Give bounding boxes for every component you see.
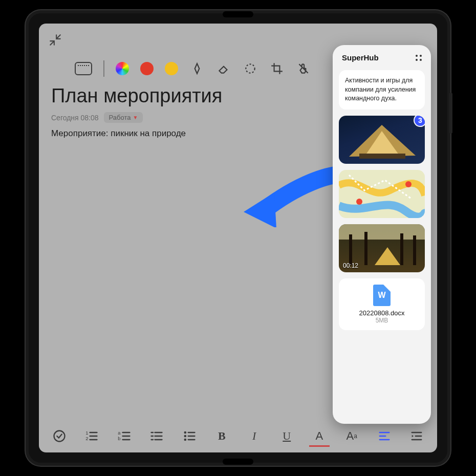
svg-point-29 (184, 431, 186, 434)
side-button (449, 93, 452, 134)
checklist-icon[interactable] (50, 427, 69, 445)
note-tag[interactable]: Работа▼ (104, 112, 143, 123)
color-red[interactable] (140, 62, 154, 75)
finger-off-icon[interactable] (296, 61, 311, 76)
toolbar-separator (103, 60, 104, 77)
photo-count-badge: 3 (414, 116, 425, 127)
superhub-header: SuperHub (339, 52, 425, 64)
bullet-dot-icon[interactable] (180, 427, 199, 445)
note-meta: Сегодня 08:08 Работа▼ (51, 112, 143, 123)
keyboard-icon[interactable] (75, 62, 92, 75)
note-title[interactable]: План мероприятия (51, 85, 222, 107)
superhub-title: SuperHub (342, 53, 379, 62)
crop-icon[interactable] (269, 61, 285, 76)
drag-handle-icon[interactable] (416, 55, 422, 61)
superhub-text-content: Активности и игры для компании для усиле… (339, 70, 425, 110)
document-size: 5MB (376, 317, 388, 324)
lettered-list-icon[interactable]: ab (115, 427, 134, 445)
italic-button[interactable]: I (245, 427, 264, 445)
collapse-icon[interactable] (45, 30, 66, 50)
svg-rect-10 (413, 235, 416, 265)
svg-point-31 (184, 439, 186, 441)
svg-point-4 (356, 199, 362, 205)
screen: План мероприятия Сегодня 08:08 Работа▼ М… (39, 24, 437, 452)
align-left-icon[interactable] (375, 427, 394, 445)
svg-rect-3 (359, 154, 405, 159)
svg-rect-9 (400, 233, 403, 265)
svg-text:a: a (118, 430, 121, 436)
pen-icon[interactable] (189, 61, 205, 76)
svg-text:b: b (118, 436, 120, 441)
numbered-list-icon[interactable]: 12 (82, 427, 101, 445)
hinge-top (223, 11, 253, 17)
superhub-panel[interactable]: SuperHub Активности и игры для компании … (333, 45, 431, 424)
color-picker-icon[interactable] (116, 62, 129, 75)
text-color-button[interactable]: A (310, 427, 329, 445)
svg-rect-8 (364, 232, 367, 265)
document-name: 20220808.docx (359, 309, 405, 317)
hinge-bottom (223, 459, 253, 465)
format-toolbar: 12 ab B I U A Aa (39, 423, 437, 449)
superhub-item-map[interactable] (339, 170, 425, 218)
device-frame: План мероприятия Сегодня 08:08 Работа▼ М… (26, 10, 450, 466)
svg-point-12 (54, 431, 64, 442)
superhub-item-photo[interactable]: 3 (339, 116, 425, 164)
bullet-dash-icon[interactable] (147, 427, 166, 445)
eraser-icon[interactable] (216, 61, 231, 76)
svg-point-30 (184, 435, 186, 438)
bold-button[interactable]: B (212, 427, 231, 445)
color-yellow[interactable] (165, 62, 178, 75)
svg-point-0 (246, 64, 254, 73)
svg-text:2: 2 (86, 436, 89, 441)
superhub-item-video[interactable]: 00:12 (339, 224, 425, 272)
lasso-icon[interactable] (243, 61, 258, 76)
underline-button[interactable]: U (277, 427, 296, 445)
superhub-item-text[interactable]: Активности и игры для компании для усиле… (339, 70, 425, 110)
svg-text:1: 1 (86, 430, 89, 436)
svg-point-5 (405, 181, 412, 187)
video-duration: 00:12 (343, 262, 358, 269)
word-file-icon: W (373, 285, 391, 306)
note-timestamp: Сегодня 08:08 (51, 114, 99, 122)
text-size-button[interactable]: Aa (342, 427, 361, 445)
indent-icon[interactable] (407, 427, 426, 445)
svg-rect-7 (349, 234, 352, 265)
svg-marker-11 (375, 247, 400, 265)
superhub-item-document[interactable]: W 20220808.docx 5MB (339, 278, 425, 330)
note-body[interactable]: Мероприятие: пикник на природе (51, 128, 186, 139)
